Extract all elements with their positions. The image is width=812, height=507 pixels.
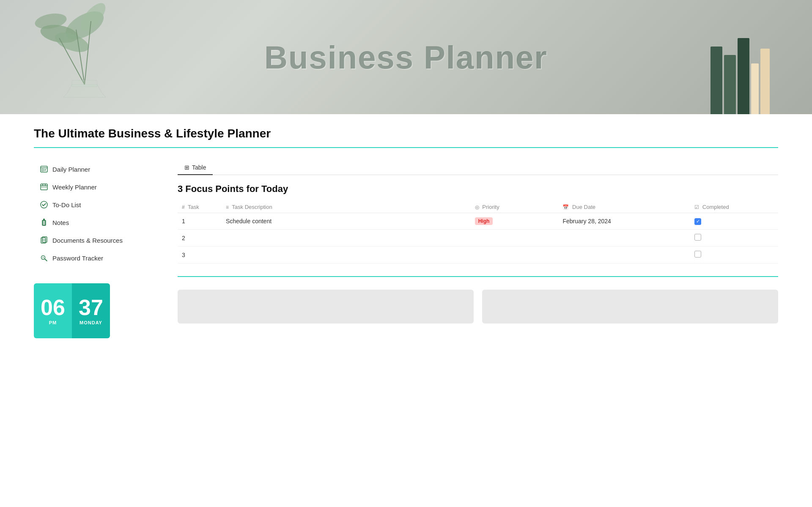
row1-completed[interactable]: ✓ (690, 213, 778, 230)
focus-table: # Task ≡ Task Description ◎ Priority � (178, 201, 778, 263)
col-header-task-num: # Task (178, 201, 222, 213)
page-content: The Ultimate Business & Lifestyle Planne… (0, 114, 812, 355)
checkbox-row1[interactable]: ✓ (694, 218, 701, 225)
teal-divider-top (34, 147, 778, 148)
tab-table[interactable]: ⊞ Table (178, 161, 213, 175)
teal-divider-bottom (178, 276, 778, 277)
row1-task[interactable]: Schedule content (222, 213, 471, 230)
svg-rect-9 (41, 166, 47, 172)
row1-priority: High (471, 213, 559, 230)
row3-due-date (558, 247, 690, 263)
col-header-task-desc: ≡ Task Description (222, 201, 471, 213)
documents-label: Documents & Resources (52, 237, 123, 244)
password-label: Password Tracker (52, 255, 103, 262)
row2-num: 2 (178, 230, 222, 247)
main-area: ⊞ Table 3 Focus Points for Today # Task … (178, 161, 778, 323)
sidebar-item-daily-planner[interactable]: Daily Planner (34, 161, 161, 178)
clock-widget: 06 PM 37 MONDAY (34, 283, 114, 338)
svg-point-30 (42, 257, 44, 258)
sidebar-item-documents[interactable]: Documents & Resources (34, 232, 161, 249)
row1-due-date: February 28, 2024 (558, 213, 690, 230)
table-tab-icon: ⊞ (184, 164, 189, 171)
clock-hour: 06 PM (34, 283, 72, 338)
focus-section-title: 3 Focus Points for Today (178, 184, 778, 195)
clock-minute: 37 MONDAY (72, 283, 110, 338)
row2-completed[interactable] (690, 230, 778, 247)
table-row: 3 (178, 247, 778, 263)
notes-label: Notes (52, 219, 69, 226)
checkbox-row2[interactable] (694, 234, 701, 241)
bottom-card-right (482, 290, 778, 323)
svg-rect-8 (72, 80, 97, 87)
svg-line-29 (45, 259, 47, 261)
todo-list-label: To-Do List (52, 201, 81, 208)
row2-due-date (558, 230, 690, 247)
row3-completed[interactable] (690, 247, 778, 263)
row3-priority (471, 247, 559, 263)
row3-num: 3 (178, 247, 222, 263)
two-column-layout: Daily Planner Weekly Planner (34, 161, 778, 338)
bottom-card-left (178, 290, 474, 323)
clock-minute-value: 37 (79, 296, 103, 318)
weekly-planner-icon (40, 183, 48, 191)
svg-rect-19 (44, 186, 45, 188)
hero-title: Business Planner (264, 39, 548, 76)
table-row: 1 Schedule content High February 28, 202… (178, 213, 778, 230)
page-title: The Ultimate Business & Lifestyle Planne… (34, 127, 778, 140)
weekly-planner-label: Weekly Planner (52, 184, 97, 191)
row2-task[interactable] (222, 230, 471, 247)
col-header-priority: ◎ Priority (471, 201, 559, 213)
svg-rect-18 (41, 186, 43, 188)
plant-decoration (17, 0, 135, 101)
sidebar: Daily Planner Weekly Planner (34, 161, 161, 338)
books-decoration (710, 38, 770, 114)
password-icon (40, 254, 48, 262)
clock-day: MONDAY (80, 320, 102, 325)
daily-planner-icon (40, 165, 48, 173)
svg-rect-11 (42, 169, 44, 171)
row2-priority (471, 230, 559, 247)
svg-rect-20 (45, 186, 47, 188)
sidebar-item-notes[interactable]: Notes (34, 214, 161, 231)
col-header-due-date: 📅 Due Date (558, 201, 690, 213)
row1-num: 1 (178, 213, 222, 230)
col-header-completed: ☑ Completed (690, 201, 778, 213)
notes-icon (40, 218, 48, 227)
table-tab-label: Table (192, 164, 206, 171)
sidebar-item-weekly-planner[interactable]: Weekly Planner (34, 178, 161, 195)
bottom-cards (178, 290, 778, 323)
tab-bar: ⊞ Table (178, 161, 778, 175)
hero-banner: Business Planner (0, 0, 812, 114)
clock-hour-value: 06 (41, 296, 65, 318)
todo-list-icon (40, 200, 48, 209)
documents-icon (40, 236, 48, 244)
daily-planner-label: Daily Planner (52, 166, 90, 173)
checkbox-row3[interactable] (694, 251, 701, 258)
clock-period: PM (49, 320, 57, 325)
priority-badge-high: High (475, 217, 493, 225)
svg-rect-23 (42, 220, 46, 225)
sidebar-item-password[interactable]: Password Tracker (34, 249, 161, 266)
table-row: 2 (178, 230, 778, 247)
row3-task[interactable] (222, 247, 471, 263)
sidebar-item-todo-list[interactable]: To-Do List (34, 196, 161, 213)
